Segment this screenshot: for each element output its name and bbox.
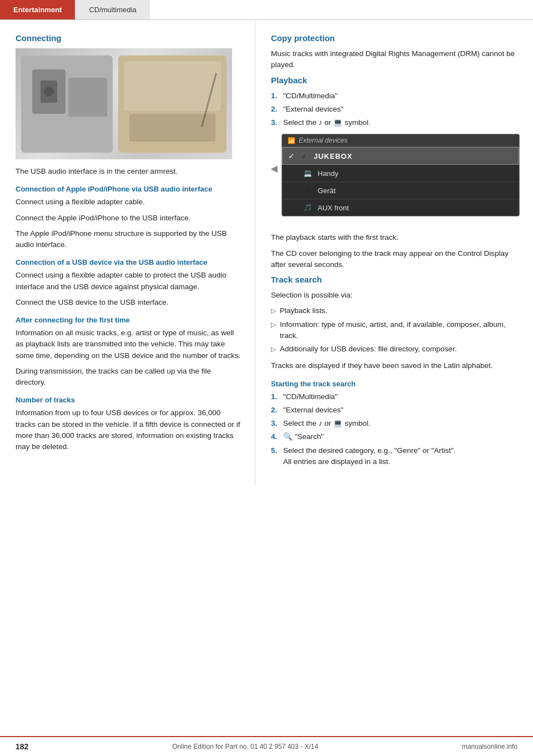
connecting-title: Connecting: [16, 33, 242, 43]
screen-area: ◂ 📶 External devices ✓ ♪ JUKEBOX 💻 Handy: [271, 134, 520, 224]
subsection-apple-title: Connection of Apple iPod/iPhone via USB …: [16, 185, 242, 193]
bullet-icon-0: ▷: [271, 306, 280, 316]
track-search-after: Tracks are displayed if they have been s…: [271, 360, 520, 371]
track-step-4-text: 🔍 "Search": [283, 431, 324, 442]
track-step-1: 1. "CD/Multimedia": [271, 391, 520, 402]
aux-icon: 🎵: [302, 202, 313, 213]
playback-step-3-text: Select the ♪ or 💻 symbol.: [283, 117, 370, 128]
playback-after-0: The playback starts with the first track…: [271, 232, 520, 243]
playback-step-2: 2. "External devices": [271, 104, 520, 115]
tab-entertainment-label: Entertainment: [13, 6, 62, 14]
screen-title-text: External devices: [299, 137, 348, 144]
main-content: Connecting: [0, 20, 533, 486]
usb-device-para-1: Connect the USB device to the USB interf…: [16, 297, 242, 308]
handy-icon: 💻: [302, 168, 313, 179]
first-time-para-1: During transmission, the tracks can be c…: [16, 366, 242, 389]
screen-item-handy[interactable]: 💻 Handy: [282, 165, 519, 182]
apple-para-2: The Apple iPod/iPhone menu structure is …: [16, 228, 242, 251]
connecting-image: [16, 48, 232, 159]
usb-device-para-0: Connect using a flexible adapter cable t…: [16, 270, 242, 293]
aux-label: AUX front: [318, 204, 349, 212]
bullet-text-1: Information: type of music, artist, and,…: [280, 319, 520, 342]
page-header: Entertainment CD/multimedia: [0, 0, 533, 20]
subsection-usb-device-title: Connection of a USB device via the USB a…: [16, 258, 242, 266]
track-step-5: 5. Select the desired category, e.g., "G…: [271, 445, 520, 468]
bullet-text-2: Additionally for USB devices: file direc…: [280, 344, 457, 355]
track-step-4: 4. 🔍 "Search": [271, 431, 520, 442]
footer-center-text: Online Edition for Part no. 01 40 2 957 …: [172, 743, 318, 750]
track-step-3-text: Select the ♪ or 💻 symbol.: [283, 418, 370, 429]
left-column: Connecting: [0, 20, 255, 486]
screen-item-jukebox[interactable]: ✓ ♪ JUKEBOX: [282, 147, 519, 165]
bullet-text-0: Playback lists.: [280, 305, 328, 316]
playback-steps: 1. "CD/Multimedia" 2. "External devices"…: [271, 90, 520, 129]
screen-item-aux[interactable]: 🎵 AUX front: [282, 199, 519, 216]
apple-para-1: Connect the Apple iPod/iPhone to the USB…: [16, 213, 242, 224]
checkmark-icon: ✓: [288, 152, 295, 160]
playback-step-1: 1. "CD/Multimedia": [271, 90, 520, 102]
track-search-title: Track search: [271, 275, 520, 284]
tab-cdmultimedia[interactable]: CD/multimedia: [76, 0, 150, 19]
starting-track-search-steps: 1. "CD/Multimedia" 2. "External devices"…: [271, 391, 520, 468]
screen-nav-arrow: ◂: [271, 134, 277, 176]
num-tracks-para-0: Information from up to four USB devices …: [16, 407, 242, 452]
bullet-item-1: ▷ Information: type of music, artist, an…: [271, 319, 520, 342]
playback-step-2-text: "External devices": [283, 104, 344, 115]
playback-step-1-text: "CD/Multimedia": [283, 90, 338, 102]
track-step-2: 2. "External devices": [271, 405, 520, 416]
page-footer: 182 Online Edition for Part no. 01 40 2 …: [0, 736, 533, 756]
jukebox-label: JUKEBOX: [314, 152, 353, 160]
tab-entertainment[interactable]: Entertainment: [0, 0, 76, 19]
music-icon: ♪: [298, 150, 309, 162]
track-search-intro: Selection is possible via:: [271, 290, 520, 301]
playback-after-1: The CD cover belonging to the track may …: [271, 248, 520, 271]
subsection-first-time-title: After connecting for the first time: [16, 316, 242, 324]
bullet-icon-2: ▷: [271, 344, 280, 354]
tab-cdmultimedia-label: CD/multimedia: [89, 6, 136, 14]
apple-para-0: Connect using a flexible adapter cable.: [16, 196, 242, 208]
geraet-icon: ⊙: [302, 185, 313, 196]
bullet-item-2: ▷ Additionally for USB devices: file dir…: [271, 344, 520, 355]
starting-track-search-title: Starting the track search: [271, 380, 520, 388]
first-time-para-0: Information on all music tracks, e.g. ar…: [16, 327, 242, 361]
bullet-icon-1: ▷: [271, 320, 280, 330]
track-step-3: 3. Select the ♪ or 💻 symbol.: [271, 418, 520, 429]
wifi-icon: 📶: [288, 137, 295, 144]
footer-right-text: manualsonline.info: [462, 743, 517, 750]
playback-step-3: 3. Select the ♪ or 💻 symbol.: [271, 117, 520, 128]
external-devices-screen: 📶 External devices ✓ ♪ JUKEBOX 💻 Handy: [281, 134, 520, 216]
screen-title-bar: 📶 External devices: [282, 134, 519, 147]
bullet-item-0: ▷ Playback lists.: [271, 305, 520, 316]
screen-item-geraet[interactable]: ⊙ Gerät: [282, 182, 519, 199]
connecting-intro: The USB audio interface is in the center…: [16, 166, 242, 177]
geraet-label: Gerät: [318, 187, 336, 195]
subsection-num-tracks-title: Number of tracks: [16, 396, 242, 404]
track-search-bullets: ▷ Playback lists. ▷ Information: type of…: [271, 305, 520, 355]
handy-label: Handy: [318, 169, 339, 178]
track-step-1-text: "CD/Multimedia": [283, 391, 338, 402]
copy-protection-title: Copy protection: [271, 33, 520, 43]
copy-protection-text: Music tracks with integrated Digital Rig…: [271, 48, 520, 71]
right-column: Copy protection Music tracks with integr…: [255, 20, 533, 486]
playback-title: Playback: [271, 75, 520, 85]
left-arrow-icon: ◂: [271, 162, 277, 176]
page-number: 182: [16, 742, 28, 751]
track-step-5-text: Select the desired category, e.g., "Genr…: [283, 445, 456, 468]
track-step-2-text: "External devices": [283, 405, 344, 416]
